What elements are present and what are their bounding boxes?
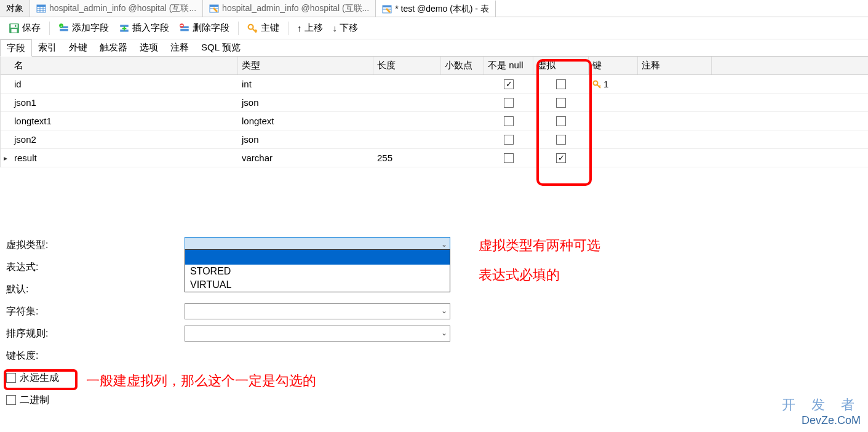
insert-field-icon	[119, 23, 130, 34]
tab-hospital-1[interactable]: hospital_admin_info @hospital (互联...	[30, 0, 203, 17]
move-down-button[interactable]: ↓ 下移	[329, 20, 362, 36]
arrow-up-icon: ↑	[297, 23, 302, 33]
tab-fk[interactable]: 外键	[63, 39, 94, 56]
dropdown-option-stored[interactable]: STORED	[185, 265, 450, 278]
virtual-checkbox[interactable]	[556, 116, 566, 126]
chevron-down-icon: ⌄	[441, 306, 447, 315]
tab-sql-preview[interactable]: SQL 预览	[195, 39, 247, 56]
save-button[interactable]: 保存	[5, 20, 44, 36]
insert-field-button[interactable]: 插入字段	[115, 20, 173, 36]
add-field-button[interactable]: + 添加字段	[55, 20, 113, 36]
watermark: 开 发 者 DevZe.CoM	[782, 396, 861, 427]
table-icon	[36, 4, 46, 14]
col-name[interactable]: 名	[10, 57, 238, 74]
label-default: 默认:	[6, 283, 185, 296]
col-comment[interactable]: 注释	[638, 57, 712, 74]
virtual-checkbox[interactable]	[556, 153, 566, 163]
svg-rect-23	[180, 29, 189, 31]
tab-fields[interactable]: 字段	[0, 39, 32, 57]
binary-checkbox[interactable]: 二进制	[6, 394, 49, 407]
delete-field-button[interactable]: 删除字段	[175, 20, 233, 36]
svg-text:+: +	[60, 23, 62, 27]
save-icon	[9, 23, 20, 34]
label-expression: 表达式:	[6, 261, 185, 274]
tab-comment[interactable]: 注释	[164, 39, 195, 56]
chevron-down-icon: ⌄	[441, 240, 447, 249]
charset-combo[interactable]: ⌄	[185, 303, 450, 319]
dropdown-option-virtual[interactable]: VIRTUAL	[185, 278, 450, 292]
annotation-virtual-types: 虚拟类型有两种可选	[479, 236, 600, 255]
grid-header-row: 名 类型 长度 小数点 不是 null 虚拟 键 注释	[1, 57, 868, 75]
svg-rect-13	[10, 24, 17, 28]
table-row[interactable]: ▸resultvarchar255	[1, 149, 868, 167]
notnull-checkbox[interactable]	[504, 98, 514, 108]
svg-rect-1	[37, 5, 46, 7]
col-notnull[interactable]: 不是 null	[484, 57, 533, 74]
tab-hospital-2[interactable]: hospital_admin_info @hospital (互联...	[203, 0, 376, 17]
table-row[interactable]: idint1	[1, 75, 868, 94]
label-key-length: 键长度:	[6, 350, 185, 362]
dropdown-selected-blank[interactable]	[185, 250, 450, 265]
label-charset: 字符集:	[6, 305, 185, 318]
table-row[interactable]: longtext1longtext	[1, 112, 868, 130]
col-decimals[interactable]: 小数点	[441, 57, 484, 74]
notnull-checkbox[interactable]	[504, 79, 514, 89]
chevron-down-icon: ⌄	[441, 329, 447, 337]
label-virtual-type: 虚拟类型:	[6, 239, 185, 252]
fields-grid: 名 类型 长度 小数点 不是 null 虚拟 键 注释 idint1json1j…	[0, 57, 868, 167]
tab-options[interactable]: 选项	[133, 39, 164, 56]
table-row[interactable]: json1json	[1, 94, 868, 112]
tab-test-demo[interactable]: * test @demo (本机) - 表	[376, 0, 496, 17]
move-up-button[interactable]: ↑ 上移	[293, 20, 327, 36]
arrow-down-icon: ↓	[333, 23, 338, 33]
primary-key-button[interactable]: 主键	[244, 20, 283, 36]
toolbar: 保存 + 添加字段 插入字段 删除字段 主键 ↑ 上移 ↓ 下移	[0, 17, 868, 39]
design-table-icon	[209, 4, 219, 14]
tab-object[interactable]: 对象	[0, 0, 30, 17]
col-length[interactable]: 长度	[373, 57, 441, 74]
delete-field-icon	[179, 23, 190, 34]
annotation-expression-required: 表达式必填的	[479, 266, 560, 284]
notnull-checkbox[interactable]	[504, 153, 514, 163]
svg-rect-14	[12, 29, 17, 33]
always-generate-checkbox[interactable]: 永远生成	[6, 372, 59, 385]
designer-tab-bar: 字段 索引 外键 触发器 选项 注释 SQL 预览	[0, 39, 868, 57]
notnull-checkbox[interactable]	[504, 135, 514, 145]
tab-indexes[interactable]: 索引	[32, 39, 63, 56]
tab-triggers[interactable]: 触发器	[94, 39, 133, 56]
svg-rect-17	[60, 29, 68, 31]
design-table-icon	[382, 4, 392, 14]
svg-rect-7	[210, 5, 218, 7]
virtual-checkbox[interactable]	[556, 135, 566, 145]
virtual-checkbox[interactable]	[556, 79, 566, 89]
svg-rect-10	[383, 6, 391, 7]
col-type[interactable]: 类型	[238, 57, 373, 74]
collation-combo[interactable]: ⌄	[185, 326, 450, 342]
key-icon	[592, 79, 602, 89]
virtual-type-dropdown: STORED VIRTUAL	[185, 249, 450, 292]
col-key[interactable]: 键	[589, 57, 638, 74]
table-row[interactable]: json2json	[1, 130, 868, 149]
add-field-icon: +	[58, 23, 70, 34]
notnull-checkbox[interactable]	[504, 116, 514, 126]
annotation-always-generate: 一般建虚拟列，那么这个一定是勾选的	[86, 372, 316, 390]
top-tab-bar: 对象 hospital_admin_info @hospital (互联... …	[0, 0, 868, 17]
svg-rect-25	[180, 25, 183, 26]
col-virtual[interactable]: 虚拟	[533, 57, 589, 74]
key-icon	[247, 23, 258, 34]
svg-rect-15	[15, 25, 16, 26]
virtual-checkbox[interactable]	[556, 98, 566, 108]
label-collation: 排序规则:	[6, 327, 185, 340]
